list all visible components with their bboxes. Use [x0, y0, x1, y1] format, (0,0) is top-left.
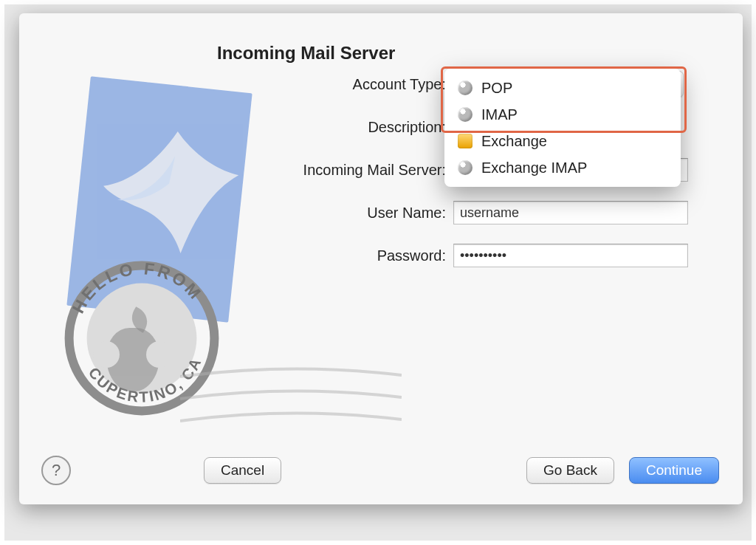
- option-label: Exchange: [481, 133, 547, 150]
- globe-icon: [458, 80, 472, 95]
- postmark-lines-icon: [180, 362, 402, 450]
- exchange-icon: [458, 134, 472, 148]
- setup-sheet: HELLO FROM CUPERTINO, CA Incoming Mail S…: [19, 13, 743, 504]
- account-type-menu: POP IMAP Exchange Exchange IMAP: [444, 69, 681, 187]
- eagle-icon: [86, 107, 252, 285]
- user-name-field[interactable]: [453, 201, 688, 224]
- description-label: Description:: [255, 119, 453, 136]
- sheet-buttons: Cancel Go Back Continue: [19, 457, 743, 484]
- help-button[interactable]: ?: [41, 456, 71, 485]
- window: Accounts HELL: [0, 0, 756, 545]
- account-type-label: Account Type:: [255, 76, 453, 93]
- option-label: Exchange IMAP: [481, 160, 587, 176]
- option-label: POP: [481, 80, 512, 97]
- account-type-option-exchange-imap[interactable]: Exchange IMAP: [444, 154, 681, 181]
- cancel-button[interactable]: Cancel: [204, 457, 281, 484]
- option-label: IMAP: [481, 106, 518, 123]
- account-type-option-imap[interactable]: IMAP: [444, 101, 681, 128]
- password-label: Password:: [255, 247, 453, 264]
- continue-button[interactable]: Continue: [629, 457, 719, 484]
- go-back-button[interactable]: Go Back: [526, 457, 614, 484]
- account-type-option-exchange[interactable]: Exchange: [444, 128, 681, 154]
- user-name-label: User Name:: [255, 205, 453, 222]
- globe-icon: [458, 107, 472, 122]
- mail-illustration: HELLO FROM CUPERTINO, CA: [47, 66, 261, 414]
- sheet-title: Incoming Mail Server: [217, 43, 395, 64]
- password-field[interactable]: [453, 244, 688, 267]
- incoming-server-label: Incoming Mail Server:: [255, 162, 453, 179]
- stamp-image: [66, 76, 252, 322]
- globe-icon: [458, 160, 472, 175]
- account-type-option-pop[interactable]: POP: [444, 75, 681, 101]
